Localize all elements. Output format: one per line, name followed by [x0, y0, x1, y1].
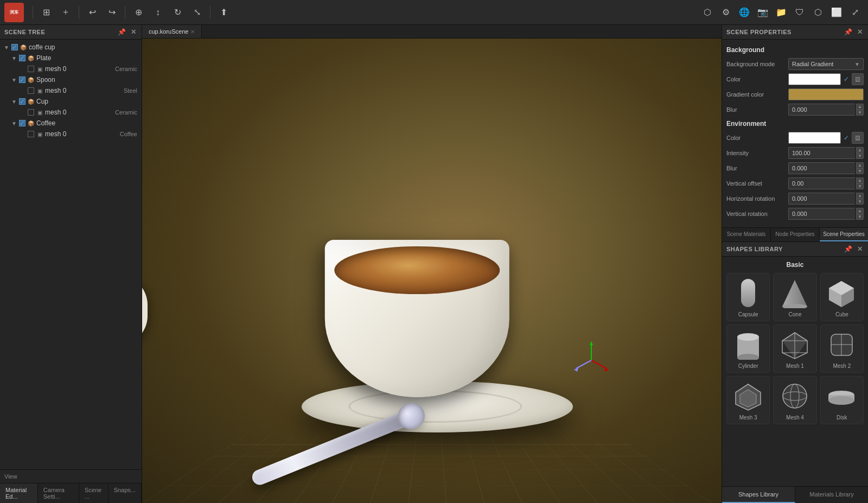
viewport-content[interactable] — [142, 39, 722, 503]
tree-item-coffee[interactable]: ▼ ✓ 📦 Coffee — [0, 118, 142, 129]
snaps-tab[interactable]: Snaps... — [108, 483, 142, 503]
redo-button[interactable]: ↪ — [103, 4, 120, 21]
viewport-tab-close[interactable]: ✕ — [190, 29, 195, 35]
env-vertical-offset-input[interactable] — [788, 177, 855, 189]
background-mode-dropdown[interactable]: Radial Gradient ▼ — [788, 58, 864, 70]
add-window-button[interactable]: ＋ — [57, 4, 74, 21]
tree-checkbox-coffe-cup[interactable]: ✓ — [11, 44, 18, 50]
camera-button[interactable]: 📷 — [754, 4, 771, 21]
background-blur-up[interactable]: ▲ — [856, 104, 864, 110]
folder-button[interactable]: 📁 — [773, 4, 790, 21]
env-horiz-rotation-input[interactable] — [788, 193, 855, 205]
globe-button[interactable]: 🌐 — [736, 4, 753, 21]
scene-properties-tab[interactable]: Scene Properties — [820, 228, 868, 241]
tree-item-coffe-cup[interactable]: ▼ ✓ 📦 coffe cup — [0, 42, 142, 53]
export-button[interactable]: ⬆ — [215, 4, 232, 21]
env-vert-rotation-input[interactable] — [788, 208, 855, 220]
env-horiz-rotation-up[interactable]: ▲ — [856, 193, 864, 199]
gradient-color-swatch[interactable] — [788, 88, 864, 100]
tree-item-mesh0-cup[interactable]: ▣ mesh 0 Ceramic — [0, 107, 142, 118]
tree-item-spoon[interactable]: ▼ ✓ 📦 Spoon — [0, 74, 142, 85]
scale-button[interactable]: ⤡ — [188, 4, 206, 21]
shield-button[interactable]: 🛡 — [791, 4, 808, 21]
background-color-check[interactable]: ✓ — [842, 75, 851, 84]
viewport-tab-label: cup.koruScene — [149, 28, 188, 35]
scene-props-close-btn[interactable]: ✕ — [856, 28, 864, 36]
tree-item-mesh0-coffee[interactable]: ▣ mesh 0 Coffee — [0, 129, 142, 139]
env-vertical-offset-up[interactable]: ▲ — [856, 177, 864, 183]
env-color-check[interactable]: ✓ — [842, 133, 851, 142]
env-color-swatch[interactable] — [788, 132, 841, 144]
env-vert-rotation-down[interactable]: ▼ — [856, 214, 864, 220]
tree-toggle-coffe-cup[interactable]: ▼ — [3, 44, 10, 50]
tree-item-cup[interactable]: ▼ ✓ 📦 Cup — [0, 96, 142, 107]
new-scene-button[interactable]: ⊞ — [37, 4, 55, 21]
tree-checkbox-plate[interactable]: ✓ — [19, 55, 25, 61]
shape-item-mesh4[interactable]: Mesh 4 — [773, 376, 816, 424]
env-intensity-input[interactable] — [788, 147, 855, 159]
shape-item-disk[interactable]: Disk — [820, 376, 864, 424]
transform-button[interactable]: ⊕ — [130, 4, 147, 21]
shape-item-cylinder[interactable]: Cylinder — [726, 324, 770, 373]
tree-checkbox-spoon[interactable]: ✓ — [19, 77, 25, 83]
env-color-image[interactable]: 🖼 — [852, 132, 864, 144]
env-intensity-down[interactable]: ▼ — [856, 153, 864, 159]
tree-checkbox-cup[interactable]: ✓ — [19, 98, 25, 105]
rotate-button[interactable]: ↻ — [169, 4, 186, 21]
env-horiz-rotation-down[interactable]: ▼ — [856, 199, 864, 205]
background-color-swatch[interactable] — [788, 73, 841, 85]
scene-materials-tab[interactable]: Scene Materials — [722, 228, 771, 241]
scene-tree-close-button[interactable]: ✕ — [130, 28, 138, 36]
settings-button[interactable]: ⚙ — [717, 4, 735, 21]
env-blur-up[interactable]: ▲ — [856, 162, 864, 168]
tree-checkbox-mesh0-coffee[interactable] — [28, 131, 34, 137]
scene-props-pin-btn[interactable]: 📌 — [843, 28, 854, 36]
shape-item-cube[interactable]: Cube — [820, 273, 864, 321]
materials-library-tab[interactable]: Materials Library — [795, 487, 868, 503]
shapes-grid: Capsule — [726, 273, 864, 424]
shapes-library-tab[interactable]: Shapes Library — [722, 487, 795, 503]
background-blur-input[interactable] — [788, 104, 855, 116]
tree-checkbox-mesh0-cup[interactable] — [28, 109, 34, 116]
move-button[interactable]: ↕ — [149, 4, 167, 21]
tree-toggle-coffee[interactable]: ▼ — [11, 120, 17, 126]
shape-item-capsule[interactable]: Capsule — [726, 273, 770, 321]
expand-button[interactable]: ⤢ — [846, 4, 864, 21]
tree-checkbox-mesh0-spoon[interactable] — [28, 87, 34, 94]
tree-toggle-plate[interactable]: ▼ — [11, 55, 17, 61]
env-horiz-rotation-spinner: ▲ ▼ — [856, 193, 864, 205]
scene-mode-button[interactable]: ⬡ — [699, 4, 716, 21]
camera-settings-tab[interactable]: Camera Setti... — [38, 483, 79, 503]
env-vertical-offset-down[interactable]: ▼ — [856, 183, 864, 189]
env-vert-rotation-up[interactable]: ▲ — [856, 208, 864, 214]
gradient-color-label: Gradient color — [726, 91, 786, 98]
shape-item-mesh1[interactable]: Mesh 1 — [773, 324, 816, 373]
shapes-library-close-btn[interactable]: ✕ — [856, 245, 864, 253]
scene-tree-pin-button[interactable]: 📌 — [117, 28, 127, 36]
undo-button[interactable]: ↩ — [84, 4, 101, 21]
tree-item-mesh0-plate[interactable]: ▣ mesh 0 Ceramic — [0, 63, 142, 74]
tree-checkbox-coffee[interactable]: ✓ — [19, 120, 25, 126]
layout-button[interactable]: ⬜ — [828, 4, 845, 21]
shape-item-cone[interactable]: Cone — [773, 273, 816, 321]
tree-checkbox-mesh0-plate[interactable] — [28, 66, 34, 72]
shapes-library-pin-btn[interactable]: 📌 — [843, 245, 854, 253]
tree-item-plate[interactable]: ▼ ✓ 📦 Plate — [0, 53, 142, 63]
background-color-image[interactable]: 🖼 — [852, 73, 864, 85]
env-blur-input[interactable] — [788, 162, 855, 174]
tree-toggle-spoon[interactable]: ▼ — [11, 77, 17, 83]
material-editor-tab[interactable]: Material Ed... — [0, 483, 38, 503]
app-logo: 浏东 — [4, 3, 24, 22]
background-blur-down[interactable]: ▼ — [856, 110, 864, 116]
node-properties-tab[interactable]: Node Properties — [771, 228, 820, 241]
env-blur-down[interactable]: ▼ — [856, 168, 864, 174]
shape-label-mesh2: Mesh 2 — [833, 363, 851, 369]
env-intensity-up[interactable]: ▲ — [856, 147, 864, 153]
shape-item-mesh3[interactable]: Mesh 3 — [726, 376, 770, 424]
tree-toggle-cup[interactable]: ▼ — [11, 98, 17, 105]
viewport-tab-scene[interactable]: cup.koruScene ✕ — [142, 25, 202, 38]
scene-tab[interactable]: Scene ... — [79, 483, 108, 503]
hexagon-button[interactable]: ⬡ — [809, 4, 827, 21]
shape-item-mesh2[interactable]: Mesh 2 — [820, 324, 864, 373]
tree-item-mesh0-spoon[interactable]: ▣ mesh 0 Steel — [0, 85, 142, 96]
